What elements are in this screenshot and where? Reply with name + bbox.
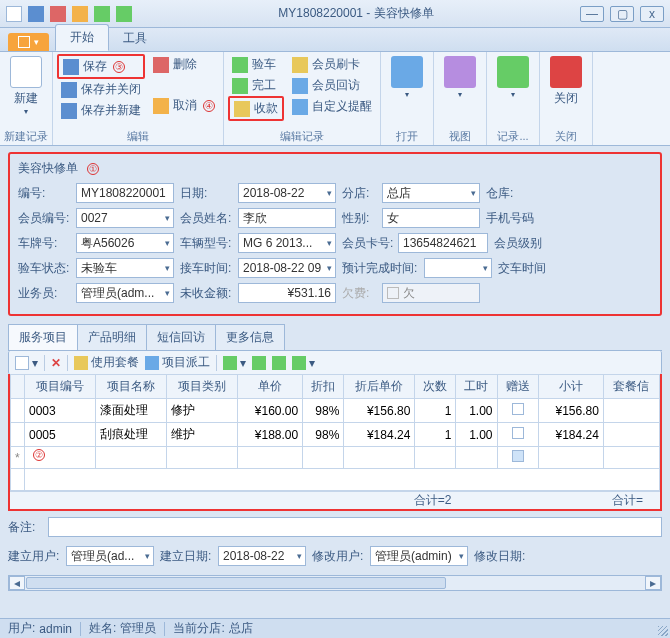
field-model[interactable]: MG 6 2013... [238, 233, 336, 253]
field-create-user[interactable]: 管理员(ad... [66, 546, 154, 566]
resize-grip[interactable] [658, 626, 668, 636]
dispatch-button[interactable]: 项目派工 [145, 354, 210, 371]
col-code[interactable]: 项目编号 [25, 375, 96, 399]
label-mod-user: 修改用户: [312, 548, 364, 565]
nav-next-button[interactable] [272, 356, 286, 370]
new-row-button[interactable]: ▾ [15, 356, 38, 370]
col-type[interactable]: 项目类别 [166, 375, 237, 399]
finish-button[interactable]: 完工 [228, 75, 284, 96]
save-new-button[interactable]: 保存并新建 [57, 100, 145, 121]
table-row-new[interactable]: * ② [11, 447, 660, 469]
label-date: 日期: [180, 185, 232, 202]
col-price[interactable]: 单价 [237, 375, 302, 399]
footer-sum-subtotal: 合计= [595, 492, 660, 509]
qat-next-icon[interactable] [94, 6, 110, 22]
label-branch: 分店: [342, 185, 376, 202]
col-discount[interactable]: 折扣 [303, 375, 344, 399]
field-inspect[interactable]: 未验车 [76, 258, 174, 278]
field-create-date[interactable]: 2018-08-22 [218, 546, 306, 566]
close-window-button[interactable]: x [640, 6, 664, 22]
view-button[interactable] [438, 54, 482, 101]
member-card-button[interactable]: 会员刷卡 [288, 54, 376, 75]
field-plate[interactable]: 粤A56026 [76, 233, 174, 253]
cancel-icon [153, 98, 169, 114]
field-receive-time[interactable]: 2018-08-22 09 [238, 258, 336, 278]
app-icon [6, 6, 22, 22]
col-after[interactable]: 折后单价 [344, 375, 415, 399]
save-close-icon [61, 82, 77, 98]
file-menu-button[interactable] [8, 33, 49, 51]
field-card-no[interactable]: 13654824621 [398, 233, 488, 253]
qat-delete-icon[interactable] [50, 6, 66, 22]
open-button[interactable] [385, 54, 429, 101]
nav-first-button[interactable]: ▾ [223, 356, 246, 370]
field-sales[interactable]: 管理员(adm... [76, 283, 174, 303]
content-area: 美容快修单 ① 编号: MY1808220001 日期: 2018-08-22 … [0, 146, 670, 618]
field-branch[interactable]: 总店 [382, 183, 480, 203]
bottom-form: 备注: 建立用户: 管理员(ad... 建立日期: 2018-08-22 修改用… [8, 517, 662, 571]
new-button[interactable]: 新建 [4, 54, 48, 118]
cancel-button[interactable]: 取消④ [149, 95, 219, 116]
label-no: 编号: [18, 185, 70, 202]
maximize-button[interactable]: ▢ [610, 6, 634, 22]
label-receive-time: 接车时间: [180, 260, 232, 277]
delete-button[interactable]: 删除 [149, 54, 219, 75]
marker-1: ① [87, 163, 99, 175]
group-edit-record: 验车 完工 收款 会员刷卡 会员回访 自定义提醒 编辑记录 [224, 52, 381, 145]
field-unpaid[interactable]: ¥531.16 [238, 283, 336, 303]
tab-product[interactable]: 产品明细 [77, 324, 147, 350]
save-button[interactable]: 保存③ [57, 54, 145, 79]
label-deliver-time: 交车时间 [498, 260, 542, 277]
record-button[interactable] [491, 54, 535, 101]
delete-row-button[interactable]: ✕ [51, 356, 61, 370]
save-close-button[interactable]: 保存并关闭 [57, 79, 145, 100]
col-hours[interactable]: 工时 [456, 375, 497, 399]
scroll-thumb[interactable] [26, 577, 446, 589]
inspect-button[interactable]: 验车 [228, 54, 284, 75]
label-unpaid: 未收金额: [180, 285, 232, 302]
col-pkg[interactable]: 套餐信 [603, 375, 659, 399]
table-row[interactable]: 0005 刮痕处理 维护 ¥188.00 98% ¥184.24 1 1.00 … [11, 423, 660, 447]
gift-checkbox[interactable] [512, 427, 524, 439]
tab-service[interactable]: 服务项目 [8, 324, 78, 350]
field-no[interactable]: MY1808220001 [76, 183, 174, 203]
close-button[interactable]: 关闭 [544, 54, 588, 109]
group-close: 关闭 关闭 [540, 52, 593, 145]
tab-more[interactable]: 更多信息 [215, 324, 285, 350]
custom-remind-button[interactable]: 自定义提醒 [288, 96, 376, 117]
field-remark[interactable] [48, 517, 662, 537]
inspect-icon [232, 57, 248, 73]
label-create-user: 建立用户: [8, 548, 60, 565]
receipt-button[interactable]: 收款 [228, 96, 284, 121]
col-name[interactable]: 项目名称 [95, 375, 166, 399]
qat-save-icon[interactable] [28, 6, 44, 22]
field-member-name[interactable]: 李欣 [238, 208, 336, 228]
scroll-right-button[interactable]: ▸ [645, 576, 661, 590]
field-mod-user[interactable]: 管理员(admin) [370, 546, 468, 566]
horizontal-scrollbar[interactable]: ◂ ▸ [8, 575, 662, 591]
gift-checkbox[interactable] [512, 450, 524, 462]
gift-checkbox[interactable] [512, 403, 524, 415]
col-gift[interactable]: 赠送 [497, 375, 538, 399]
field-date[interactable]: 2018-08-22 [238, 183, 336, 203]
field-member-no[interactable]: 0027 [76, 208, 174, 228]
field-expect-time[interactable] [424, 258, 492, 278]
field-debt: 欠 [382, 283, 480, 303]
use-package-button[interactable]: 使用套餐 [74, 354, 139, 371]
col-subtotal[interactable]: 小计 [538, 375, 603, 399]
scroll-left-button[interactable]: ◂ [9, 576, 25, 590]
nav-prev-button[interactable] [252, 356, 266, 370]
view-icon [444, 56, 476, 88]
tab-sms[interactable]: 短信回访 [146, 324, 216, 350]
qat-undo-icon[interactable] [72, 6, 88, 22]
member-visit-button[interactable]: 会员回访 [288, 75, 376, 96]
table-row[interactable]: 0003 漆面处理 修护 ¥160.00 98% ¥156.80 1 1.00 … [11, 399, 660, 423]
nav-last-button[interactable]: ▾ [292, 356, 315, 370]
qat-refresh-icon[interactable] [116, 6, 132, 22]
minimize-button[interactable]: — [580, 6, 604, 22]
panel-title: 美容快修单 ① [18, 160, 652, 177]
col-qty[interactable]: 次数 [415, 375, 456, 399]
field-gender[interactable]: 女 [382, 208, 480, 228]
tab-tools[interactable]: 工具 [109, 26, 161, 51]
tab-start[interactable]: 开始 [55, 24, 109, 51]
